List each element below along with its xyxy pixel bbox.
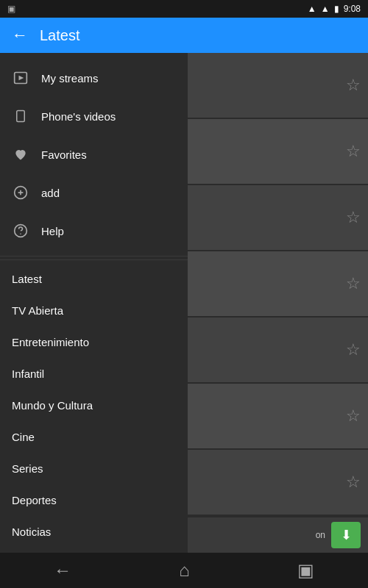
content-row-6: ☆ xyxy=(188,384,368,450)
entretenimiento-nav-label: Entretenimiento xyxy=(12,336,89,348)
last-row: on ⬇ xyxy=(188,516,368,553)
download-icon: ⬇ xyxy=(341,527,352,543)
favorite-star-2[interactable]: ☆ xyxy=(346,142,361,161)
series-nav-label: Series xyxy=(12,462,43,475)
sidebar-item-infantil[interactable]: Infantil xyxy=(0,358,188,390)
content-row-4: ☆ xyxy=(188,251,368,318)
sidebar-top-section: My streams Phone's videos Favorites xyxy=(0,53,188,257)
svg-rect-2 xyxy=(17,111,25,122)
status-right: ▲ ▲ ▮ 9:08 xyxy=(308,4,361,14)
status-bar: ▣ ▲ ▲ ▮ 9:08 xyxy=(0,0,368,18)
favorite-star-5[interactable]: ☆ xyxy=(346,340,361,359)
help-label: Help xyxy=(41,225,64,237)
wifi-icon: ▲ xyxy=(308,4,316,14)
favorites-label: Favorites xyxy=(41,148,87,161)
favorite-star-7[interactable]: ☆ xyxy=(346,473,361,492)
back-button[interactable]: ← xyxy=(12,26,28,45)
content-row-3: ☆ xyxy=(188,185,368,251)
svg-point-8 xyxy=(21,234,21,234)
latest-nav-label: Latest xyxy=(12,273,42,285)
svg-marker-1 xyxy=(19,76,24,81)
heart-icon xyxy=(12,146,29,163)
content-area: My streams Phone's videos Favorites xyxy=(0,53,368,553)
content-row-5: ☆ xyxy=(188,318,368,384)
deportes-nav-label: Deportes xyxy=(12,494,57,506)
screen-cast-icon: ▣ xyxy=(7,4,15,14)
phone-icon xyxy=(12,107,29,125)
sidebar-item-deportes[interactable]: Deportes xyxy=(0,484,188,516)
noticias-nav-label: Noticias xyxy=(12,526,51,538)
sidebar-item-latest[interactable]: Latest xyxy=(0,263,188,295)
main-panel: ☆ ☆ ☆ ☆ ☆ ☆ ☆ on ⬇ xyxy=(188,53,368,553)
content-row-7: ☆ xyxy=(188,450,368,516)
sidebar-item-favorites[interactable]: Favorites xyxy=(0,135,188,173)
add-label: add xyxy=(41,187,60,199)
sidebar-item-entretenimiento[interactable]: Entretenimiento xyxy=(0,326,188,358)
sidebar-item-phones-videos[interactable]: Phone's videos xyxy=(0,97,188,135)
sidebar-item-mundo-y-cultura[interactable]: Mundo y Cultura xyxy=(0,390,188,421)
sidebar-item-cine[interactable]: Cine xyxy=(0,421,188,453)
signal-icon: ▲ xyxy=(321,4,330,14)
sidebar-item-add[interactable]: add xyxy=(0,173,188,212)
home-nav-button[interactable]: ⌂ xyxy=(164,554,205,587)
time-display: 9:08 xyxy=(344,4,361,14)
toolbar: ← Latest xyxy=(0,18,368,53)
phones-videos-label: Phone's videos xyxy=(41,110,116,123)
play-box-icon xyxy=(12,69,29,87)
add-circle-icon xyxy=(12,184,29,201)
content-row-2: ☆ xyxy=(188,119,368,185)
sidebar-item-tv-abierta[interactable]: TV Abierta xyxy=(0,295,188,326)
sidebar-item-musica[interactable]: Música xyxy=(0,548,188,553)
sidebar: My streams Phone's videos Favorites xyxy=(0,53,188,553)
download-label: on xyxy=(316,530,325,540)
favorite-star-1[interactable]: ☆ xyxy=(346,76,361,95)
favorite-star-3[interactable]: ☆ xyxy=(346,208,361,227)
infantil-nav-label: Infantil xyxy=(12,368,44,380)
content-row-1: ☆ xyxy=(188,53,368,119)
sidebar-item-my-streams[interactable]: My streams xyxy=(0,59,188,97)
cine-nav-label: Cine xyxy=(12,431,35,443)
help-circle-icon xyxy=(12,222,29,240)
favorite-star-6[interactable]: ☆ xyxy=(346,406,361,426)
back-nav-button[interactable]: ← xyxy=(39,554,86,587)
my-streams-label: My streams xyxy=(41,72,99,85)
sidebar-item-noticias[interactable]: Noticias xyxy=(0,516,188,548)
sidebar-item-series[interactable]: Series xyxy=(0,453,188,484)
download-button[interactable]: ⬇ xyxy=(331,522,361,548)
nav-bar: ← ⌂ ▣ xyxy=(0,553,368,588)
tv-abierta-nav-label: TV Abierta xyxy=(12,304,63,317)
mundo-y-cultura-nav-label: Mundo y Cultura xyxy=(12,399,93,412)
favorite-star-4[interactable]: ☆ xyxy=(346,274,361,293)
sidebar-item-help[interactable]: Help xyxy=(0,212,188,250)
recents-nav-button[interactable]: ▣ xyxy=(283,554,329,587)
battery-icon: ▮ xyxy=(334,4,339,14)
sidebar-divider xyxy=(0,259,188,260)
toolbar-title: Latest xyxy=(40,27,79,44)
status-left: ▣ xyxy=(7,4,15,14)
